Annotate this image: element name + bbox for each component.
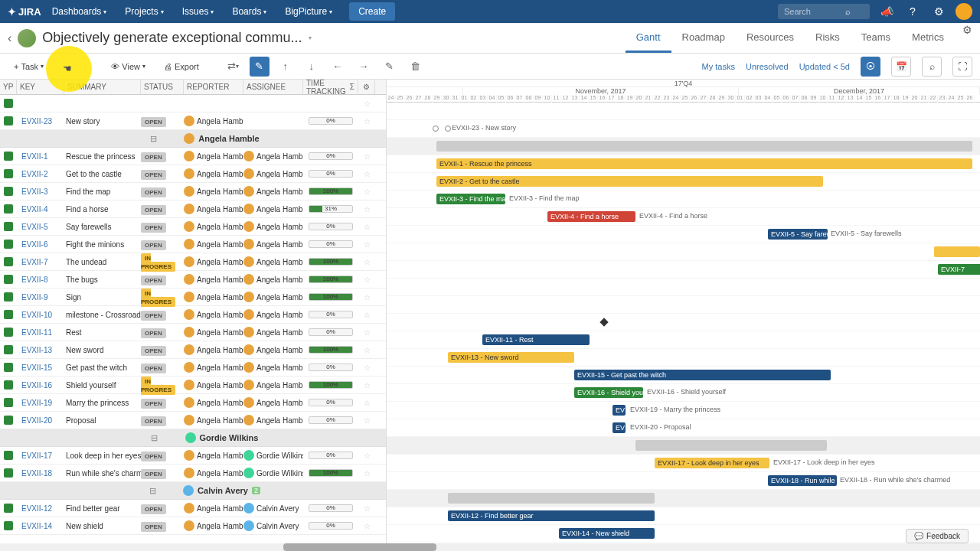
horizontal-scrollbar[interactable] <box>0 543 980 551</box>
tab-metrics[interactable]: Metrics <box>901 24 955 53</box>
col-reporter[interactable]: REPORTER <box>184 80 243 94</box>
table-row[interactable]: EVXII-2 Get to the castle OPEN Angela Ha… <box>0 165 386 183</box>
table-row[interactable]: EVXII-12 Find better gear OPEN Angela Ha… <box>0 500 386 517</box>
project-title: Objectively generate exceptional commu..… <box>42 30 302 46</box>
table-row[interactable]: EVXII-14 New shield OPEN Angela Hamble C… <box>0 517 386 535</box>
filter-unresolved[interactable]: Unresolved <box>746 62 789 71</box>
table-row[interactable]: EVXII-1 Rescue the princess OPEN Angela … <box>0 148 386 165</box>
group-row[interactable]: ⊟Calvin Avery 2 <box>0 482 386 500</box>
table-row[interactable]: EVXII-17 Look deep in her eyes OPEN Ange… <box>0 447 386 465</box>
gantt-toolbar: + Task ▾ Scope ▾ 👁 View ▾ 🖨 Export ⇄▾ ✎ … <box>0 54 980 80</box>
table-row[interactable]: EVXII-6 Fight the minions OPEN Angela Ha… <box>0 236 386 253</box>
table-row[interactable]: EVXII-23 New story OPEN Angela Hamble 0%… <box>0 112 386 130</box>
arrow-up-icon[interactable]: ↑ <box>276 57 296 77</box>
table-row[interactable]: EVXII-7 The undead IN PROGRES Angela Ham… <box>0 253 386 271</box>
table-row[interactable]: EVXII-18 Run while she's charm OPEN Ange… <box>0 465 386 482</box>
nav-projects[interactable]: Projects ▾ <box>117 2 171 21</box>
arrow-left-icon[interactable]: ← <box>328 57 348 77</box>
table-row[interactable]: EVXII-19 Marry the princess OPEN Angela … <box>0 394 386 412</box>
nav-bigpicture[interactable]: BigPicture ▾ <box>277 2 340 21</box>
user-avatar[interactable] <box>956 3 972 20</box>
project-dropdown-icon[interactable]: ▾ <box>309 34 312 41</box>
group-row[interactable]: ⊟Gordie Wilkins <box>0 429 386 447</box>
col-time[interactable]: TIME TRACKING Σ <box>303 80 358 94</box>
timeline-quarter: 17'Q4 <box>387 80 980 87</box>
col-status[interactable]: STATUS <box>141 80 184 94</box>
fullscreen-icon[interactable]: ⛶ <box>952 57 972 77</box>
tab-teams[interactable]: Teams <box>851 24 901 53</box>
add-task-button[interactable]: + Task ▾ <box>8 59 50 74</box>
filter-updated[interactable]: Updated < 5d <box>799 62 850 71</box>
top-nav: ✦ JIRA Dashboards ▾ Projects ▾ Issues ▾ … <box>0 0 980 23</box>
col-key[interactable]: KEY <box>17 80 64 94</box>
export-button[interactable]: 🖨 Export <box>158 59 205 74</box>
pencil-icon[interactable]: ✎ <box>380 57 400 77</box>
tab-roadmap[interactable]: Roadmap <box>671 24 736 53</box>
table-row[interactable]: ☆ <box>0 95 386 112</box>
search-input[interactable]: ⌕ <box>778 4 870 19</box>
focus-icon[interactable]: ⦿ <box>861 57 880 77</box>
tab-risks[interactable]: Risks <box>805 24 851 53</box>
help-icon[interactable]: ? <box>903 2 922 21</box>
table-row[interactable]: EVXII-10 milestone - Crossroads OPEN Ang… <box>0 306 386 324</box>
nav-issues[interactable]: Issues ▾ <box>175 2 222 21</box>
table-row[interactable]: EVXII-11 Rest OPEN Angela Hamble Angela … <box>0 324 386 341</box>
arrow-right-icon[interactable]: → <box>354 57 374 77</box>
table-row[interactable]: EVXII-8 The bugs OPEN Angela Hamble Ange… <box>0 271 386 289</box>
project-header: ‹ Objectively generate exceptional commu… <box>0 23 980 54</box>
table-header: YP KEY SUMMARY STATUS REPORTER ASSIGNEE … <box>0 80 386 95</box>
search-toolbar-icon[interactable]: ⌕ <box>922 57 942 77</box>
back-arrow-icon[interactable]: ‹ <box>8 31 11 45</box>
search-icon: ⌕ <box>845 7 851 16</box>
month-label: November, 2017 <box>463 87 739 95</box>
edit-mode-icon[interactable]: ✎ <box>250 57 270 77</box>
timeline-header: 17'Q4 November, 2017 December, 2017 2425… <box>387 80 980 103</box>
calendar-icon[interactable]: 📅 <box>891 57 911 77</box>
table-row[interactable]: EVXII-3 Find the map OPEN Angela Hamble … <box>0 183 386 201</box>
task-table: YP KEY SUMMARY STATUS REPORTER ASSIGNEE … <box>0 80 387 551</box>
trash-icon[interactable]: 🗑 <box>406 57 426 77</box>
table-row[interactable]: EVXII-9 Sign IN PROGRES Angela Hamble An… <box>0 289 386 306</box>
nav-boards[interactable]: Boards ▾ <box>224 2 274 21</box>
table-row[interactable]: EVXII-20 Proposal OPEN Angela Hamble Ang… <box>0 412 386 429</box>
link-mode-icon[interactable]: ⇄▾ <box>224 57 243 77</box>
filter-mytasks[interactable]: My tasks <box>702 62 735 71</box>
table-row[interactable]: EVXII-5 Say farewells OPEN Angela Hamble… <box>0 218 386 236</box>
col-config-icon[interactable]: ⚙ <box>358 80 375 94</box>
feedback-button[interactable]: 💬 Feedback <box>906 529 969 543</box>
table-row[interactable]: EVXII-16 Shield yourself IN PROGRES Ange… <box>0 377 386 394</box>
col-assignee[interactable]: ASSIGNEE <box>243 80 303 94</box>
col-summary[interactable]: SUMMARY <box>64 80 141 94</box>
arrow-down-icon[interactable]: ↓ <box>302 57 322 77</box>
table-row[interactable]: EVXII-4 Find a horse OPEN Angela Hamble … <box>0 201 386 218</box>
gantt-chart[interactable]: 17'Q4 November, 2017 December, 2017 2425… <box>387 80 980 551</box>
col-type[interactable]: YP <box>0 80 17 94</box>
tab-resources[interactable]: Resources <box>736 24 805 53</box>
module-tabs: Gantt Roadmap Resources Risks Teams Metr… <box>626 24 972 53</box>
megaphone-icon[interactable]: 📣 <box>877 2 896 21</box>
jira-logo[interactable]: ✦ JIRA <box>8 6 41 18</box>
view-button[interactable]: 👁 View ▾ <box>105 59 152 74</box>
month-label: December, 2017 <box>739 87 980 95</box>
tab-gantt[interactable]: Gantt <box>626 24 671 53</box>
table-row[interactable]: EVXII-13 New sword OPEN Angela Hamble An… <box>0 341 386 359</box>
create-button[interactable]: Create <box>349 2 395 21</box>
gear-icon[interactable]: ⚙ <box>929 2 948 21</box>
table-row[interactable]: EVXII-15 Get past the witch OPEN Angela … <box>0 359 386 377</box>
module-settings-icon[interactable]: ⚙ <box>962 24 972 53</box>
group-row[interactable]: ⊟Angela Hamble <box>0 130 386 148</box>
nav-dashboards[interactable]: Dashboards ▾ <box>44 2 115 21</box>
project-icon <box>18 29 36 47</box>
